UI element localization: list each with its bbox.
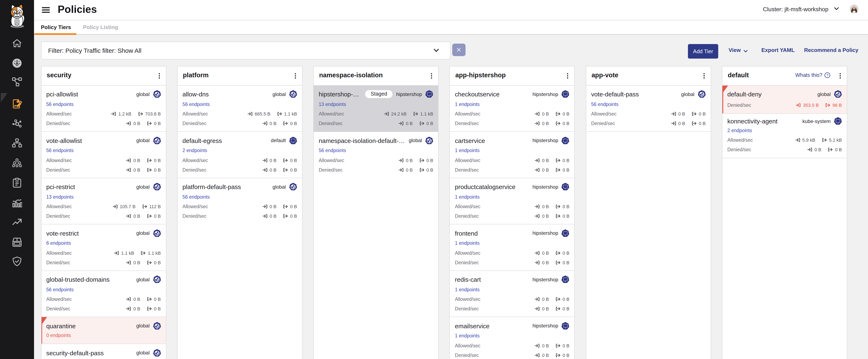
svg-text:?: ?: [826, 73, 828, 77]
